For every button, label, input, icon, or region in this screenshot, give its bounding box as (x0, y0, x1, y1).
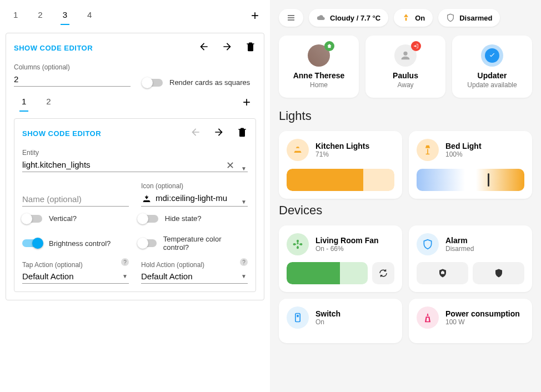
render-squares-toggle[interactable] (143, 79, 163, 87)
light-title: Kitchen Lights (315, 142, 369, 150)
inner-tab-2[interactable]: 2 (44, 92, 53, 112)
dashboard-preview: Cloudy / 7.7 °C On Disarmed Anne Therese… (270, 0, 541, 392)
brightness-label: Brightness control? (49, 239, 111, 248)
device-title: Switch (315, 309, 340, 318)
device-title: Power consumption (445, 309, 520, 318)
temp-color-label: Temperature color control? (163, 235, 242, 252)
entity-label: Entity (22, 149, 248, 157)
person-state: Home (284, 81, 353, 89)
kitchen-lights-card[interactable]: Kitchen Lights 71% (279, 131, 402, 199)
tab-3[interactable]: 3 (61, 6, 69, 25)
arrow-left-disabled-icon (190, 127, 201, 140)
lamp-icon (402, 13, 410, 22)
card-editor-inner: SHOW CODE EDITOR Entity ✕ ▼ Name (option… (14, 118, 256, 292)
hold-action-value: Default Action (141, 272, 193, 281)
inner-tab-1[interactable]: 1 (19, 92, 28, 112)
brightness-slider[interactable] (287, 169, 394, 191)
light-pct: 71% (315, 150, 369, 158)
person-state: Away (371, 81, 440, 89)
ceiling-light-icon (141, 194, 152, 205)
person-card-anne[interactable]: Anne Therese Home (279, 36, 359, 98)
vertical-toggle[interactable] (22, 215, 42, 223)
hold-action-label: Hold Action (optional) (141, 261, 204, 269)
bed-light-card[interactable]: Bed Light 100% (409, 131, 532, 199)
person-name: Paulus (371, 71, 440, 80)
arrow-right-icon[interactable] (222, 41, 233, 54)
temp-color-toggle[interactable] (138, 239, 157, 247)
editor-panel: 1 2 3 4 + SHOW CODE EDITOR Columns (opti… (0, 0, 270, 392)
weather-text: Cloudy / 7.7 °C (330, 14, 380, 22)
device-state: 100 W (445, 318, 520, 326)
tap-action-help-icon[interactable]: ? (121, 258, 129, 266)
arm-home-button[interactable] (417, 262, 468, 284)
person-card-paulus[interactable]: Paulus Away (365, 36, 445, 98)
color-temp-slider[interactable] (417, 169, 524, 191)
inner-tabs: 1 2 (19, 92, 53, 112)
entity-dropdown-icon[interactable]: ▼ (240, 165, 248, 172)
icon-dropdown-icon[interactable]: ▼ (240, 199, 248, 205)
alarm-card[interactable]: Alarm Disarmed (409, 225, 532, 292)
lights-section-title: Lights (279, 109, 532, 123)
home-badge-icon (324, 41, 334, 51)
fan-speed-slider[interactable] (287, 262, 368, 284)
device-state: On (315, 318, 340, 326)
hide-state-toggle[interactable] (138, 215, 158, 223)
person-name: Anne Therese (284, 71, 353, 80)
light-pct: 100% (445, 150, 482, 158)
arrow-right-inner-icon[interactable] (213, 127, 224, 140)
brightness-toggle[interactable] (22, 239, 42, 247)
power-card[interactable]: Power consumption 100 W (409, 299, 532, 343)
svg-rect-1 (297, 315, 298, 317)
updater-card[interactable]: Updater Update available (452, 36, 532, 98)
vertical-label: Vertical? (49, 214, 77, 223)
devices-section-title: Devices (279, 203, 532, 218)
add-inner-tab-button[interactable]: + (243, 94, 251, 110)
away-badge-icon (411, 41, 421, 51)
device-state: Disarmed (445, 245, 474, 253)
floor-lamp-icon (417, 139, 439, 161)
hide-state-label: Hide state? (165, 214, 202, 223)
updater-state: Update available (458, 81, 527, 89)
hold-action-help-icon[interactable]: ? (240, 258, 248, 266)
name-input[interactable]: Name (optional) (22, 192, 129, 207)
switch-card[interactable]: Switch On (279, 299, 402, 343)
fan-oscillate-button[interactable] (372, 262, 394, 284)
columns-label: Columns (optional) (14, 63, 131, 71)
tab-4[interactable]: 4 (85, 6, 94, 25)
cloud-icon (317, 13, 325, 22)
tap-action-select[interactable]: Default Action ▼ (22, 269, 129, 284)
hold-action-select[interactable]: Default Action ▼ (141, 269, 248, 284)
icon-label: Icon (optional) (141, 182, 248, 190)
device-state: On - 66% (315, 245, 379, 253)
show-code-editor-button[interactable]: SHOW CODE EDITOR (14, 44, 93, 52)
weather-chip[interactable]: Cloudy / 7.7 °C (309, 9, 388, 27)
alarm-chip-text: Disarmed (459, 14, 492, 22)
light-chip[interactable]: On (394, 9, 433, 27)
icon-input[interactable] (156, 191, 237, 205)
device-title: Living Room Fan (315, 236, 379, 245)
trash-icon[interactable] (245, 41, 256, 54)
clear-entity-icon[interactable]: ✕ (224, 159, 237, 172)
arrow-left-icon[interactable] (198, 41, 209, 54)
columns-input[interactable] (14, 72, 131, 87)
trash-inner-icon[interactable] (237, 127, 248, 140)
switch-icon (287, 306, 309, 329)
show-code-editor-inner-button[interactable]: SHOW CODE EDITOR (22, 129, 101, 138)
tap-action-value: Default Action (22, 272, 74, 281)
add-tab-button[interactable]: + (251, 8, 259, 23)
tap-action-label: Tap Action (optional) (22, 261, 83, 269)
fan-card[interactable]: Living Room Fan On - 66% (279, 225, 402, 292)
light-chip-text: On (415, 14, 425, 22)
check-icon (485, 48, 499, 63)
tab-2[interactable]: 2 (36, 6, 44, 25)
tab-1[interactable]: 1 (11, 6, 20, 25)
arm-away-button[interactable] (473, 262, 524, 284)
entity-input[interactable] (22, 158, 221, 172)
fan-icon (287, 233, 309, 255)
shield-icon (446, 13, 455, 22)
alarm-chip[interactable]: Disarmed (438, 9, 500, 27)
updater-name: Updater (458, 71, 527, 80)
menu-chip[interactable] (279, 9, 303, 27)
svg-rect-0 (295, 314, 300, 322)
power-tower-icon (417, 306, 439, 329)
